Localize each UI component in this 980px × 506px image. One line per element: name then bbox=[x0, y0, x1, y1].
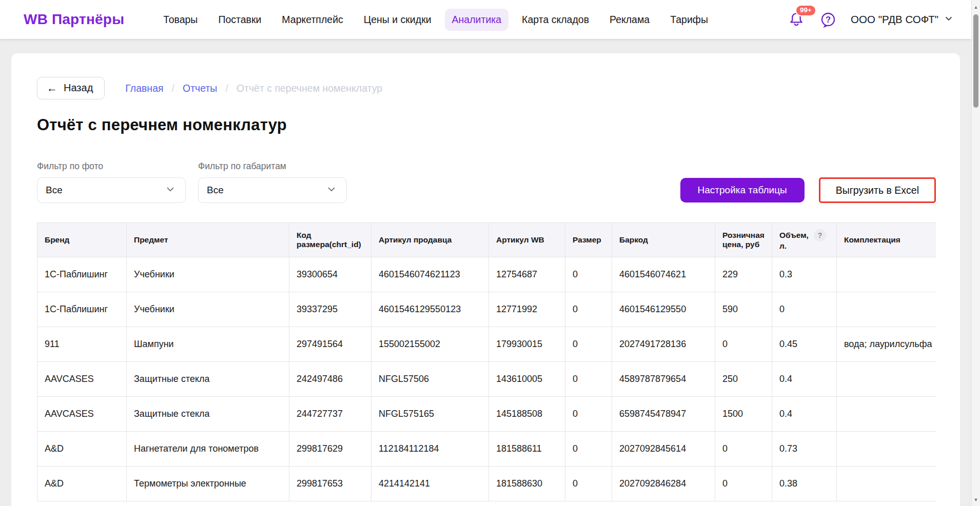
bell-icon bbox=[788, 21, 805, 30]
photo-filter-select[interactable]: Все bbox=[37, 177, 186, 203]
table-row: A&DТермометры электронные299817653421414… bbox=[37, 467, 936, 501]
table-cell: Учебники bbox=[127, 257, 289, 292]
page-scrollbar[interactable]: ▲ ▼ bbox=[971, 0, 980, 506]
table-cell: 229 bbox=[715, 257, 772, 292]
column-label: Размер bbox=[573, 235, 601, 245]
dimensions-filter-select[interactable]: Все bbox=[198, 177, 347, 203]
back-button[interactable]: ← Назад bbox=[37, 77, 105, 99]
nomenclature-table: БрендПредметКод размера(chrt_id)Артикул … bbox=[37, 222, 936, 501]
breadcrumb-item: Отчёт с перечнем номенклатур bbox=[237, 83, 382, 94]
table-cell: NFGL575165 bbox=[371, 397, 489, 432]
column-header: Код размера(chrt_id) bbox=[289, 223, 371, 257]
table-cell bbox=[837, 397, 936, 432]
table-cell: 0 bbox=[565, 397, 612, 432]
table-cell: 0 bbox=[715, 327, 772, 362]
column-label-line2: л. bbox=[779, 241, 831, 251]
column-label: Предмет bbox=[134, 235, 168, 245]
table-cell: 4601546129550123 bbox=[371, 292, 489, 327]
table-cell: 0 bbox=[565, 257, 612, 292]
table-cell: Термометры электронные bbox=[127, 467, 289, 501]
breadcrumb-item[interactable]: Отчеты bbox=[183, 83, 217, 94]
nav-item-link[interactable]: Цены и скидки bbox=[357, 9, 439, 31]
column-help-icon[interactable]: ? bbox=[814, 229, 826, 241]
table-cell: 6598745478947 bbox=[612, 397, 715, 432]
breadcrumb-item[interactable]: Главная bbox=[125, 83, 163, 94]
column-header: Бренд bbox=[37, 223, 127, 257]
column-header: Баркод bbox=[612, 223, 715, 257]
nav-item-link[interactable]: Поставки bbox=[211, 9, 268, 31]
table-cell: 911 bbox=[37, 327, 127, 362]
dimensions-filter-value: Все bbox=[207, 185, 224, 196]
column-header: Артикул продавца bbox=[371, 223, 489, 257]
table-row: 911Шампуни297491564155002155002179930015… bbox=[37, 327, 936, 362]
dimensions-filter-label: Фильтр по габаритам bbox=[198, 161, 347, 172]
export-excel-button[interactable]: Выгрузить в Excel bbox=[819, 177, 936, 203]
scroll-down-arrow[interactable]: ▼ bbox=[972, 496, 980, 504]
table-cell: 2027092846284 bbox=[612, 467, 715, 501]
table-cell: вода; лаурилсульфа bbox=[837, 327, 936, 362]
table-cell: 2027092845614 bbox=[612, 432, 715, 467]
table-cell: 590 bbox=[715, 292, 772, 327]
controls-row: Фильтр по фото Все Фильтр по габаритам В… bbox=[37, 161, 936, 203]
breadcrumb-separator: / bbox=[225, 83, 228, 94]
table-cell: Учебники bbox=[127, 292, 289, 327]
notification-badge: 99+ bbox=[795, 5, 816, 16]
table-cell: 12754687 bbox=[489, 257, 565, 292]
chevron-down-icon bbox=[944, 13, 954, 26]
table-cell: 0.38 bbox=[772, 467, 837, 501]
page-body: ← Назад Главная/Отчеты/Отчёт с перечнем … bbox=[0, 39, 971, 506]
notifications-button[interactable]: 99+ bbox=[788, 11, 806, 28]
table-cell bbox=[837, 432, 936, 467]
column-label: Бренд bbox=[45, 235, 69, 245]
column-header: Розничная цена, руб bbox=[715, 223, 772, 257]
scrollbar-thumb[interactable] bbox=[973, 14, 978, 108]
chevron-down-icon bbox=[165, 184, 176, 197]
table-cell: 250 bbox=[715, 362, 772, 397]
report-table: БрендПредметКод размера(chrt_id)Артикул … bbox=[37, 222, 936, 501]
table-cell: 0 bbox=[565, 362, 612, 397]
table-cell: 143610005 bbox=[489, 362, 565, 397]
nav-item-link[interactable]: Маркетплейс bbox=[275, 9, 350, 31]
table-settings-button[interactable]: Настройка таблицы bbox=[680, 178, 805, 203]
help-button[interactable]: ? bbox=[820, 11, 836, 28]
table-cell: 242497486 bbox=[289, 362, 371, 397]
table-body: 1С-ПаблишингУчебники39300654460154607462… bbox=[37, 257, 936, 501]
table-cell: 0.45 bbox=[772, 327, 837, 362]
table-row: AAVCASESЗащитные стекла244727737NFGL5751… bbox=[37, 397, 936, 432]
table-cell bbox=[837, 292, 936, 327]
nav-item-link[interactable]: Карта складов bbox=[515, 9, 596, 31]
column-header: Объем,?л. bbox=[772, 223, 837, 257]
nav-item-link[interactable]: Тарифы bbox=[663, 9, 715, 31]
table-cell: AAVCASES bbox=[37, 362, 127, 397]
scroll-up-arrow[interactable]: ▲ bbox=[972, 3, 980, 11]
nav-item-link[interactable]: Товары bbox=[156, 9, 205, 31]
filters: Фильтр по фото Все Фильтр по габаритам В… bbox=[37, 161, 347, 203]
table-cell: A&D bbox=[37, 467, 127, 501]
nav-right-cluster: 99+ ? ООО "РДВ СОФТ" bbox=[788, 11, 954, 28]
toolbar-row: ← Назад Главная/Отчеты/Отчёт с перечнем … bbox=[37, 77, 939, 99]
table-cell: Шампуни bbox=[127, 327, 289, 362]
table-cell: 0 bbox=[565, 467, 612, 501]
breadcrumb: Главная/Отчеты/Отчёт с перечнем номенкла… bbox=[125, 83, 382, 94]
account-menu[interactable]: ООО "РДВ СОФТ" bbox=[851, 13, 954, 26]
table-cell: 244727737 bbox=[289, 397, 371, 432]
arrow-left-icon: ← bbox=[47, 83, 57, 93]
table-cell: 0 bbox=[715, 432, 772, 467]
table-cell: 0.73 bbox=[772, 432, 837, 467]
brand-logo[interactable]: WB Партнёры bbox=[24, 11, 124, 28]
table-cell: 1500 bbox=[715, 397, 772, 432]
table-cell: 179930015 bbox=[489, 327, 565, 362]
table-cell: 181588630 bbox=[489, 467, 565, 501]
breadcrumb-separator: / bbox=[172, 83, 174, 94]
table-cell: 155002155002 bbox=[371, 327, 489, 362]
column-header: Предмет bbox=[127, 223, 289, 257]
table-cell: 0 bbox=[565, 292, 612, 327]
table-row: 1С-ПаблишингУчебники39300654460154607462… bbox=[37, 257, 936, 292]
table-cell: 12771992 bbox=[489, 292, 565, 327]
nav-item-active[interactable]: Аналитика bbox=[445, 9, 509, 31]
table-cell: 0.4 bbox=[772, 397, 837, 432]
table-cell: 181588611 bbox=[489, 432, 565, 467]
nav-item-link[interactable]: Реклама bbox=[602, 9, 657, 31]
table-cell: 297491564 bbox=[289, 327, 371, 362]
report-card: ← Назад Главная/Отчеты/Отчёт с перечнем … bbox=[11, 53, 960, 506]
